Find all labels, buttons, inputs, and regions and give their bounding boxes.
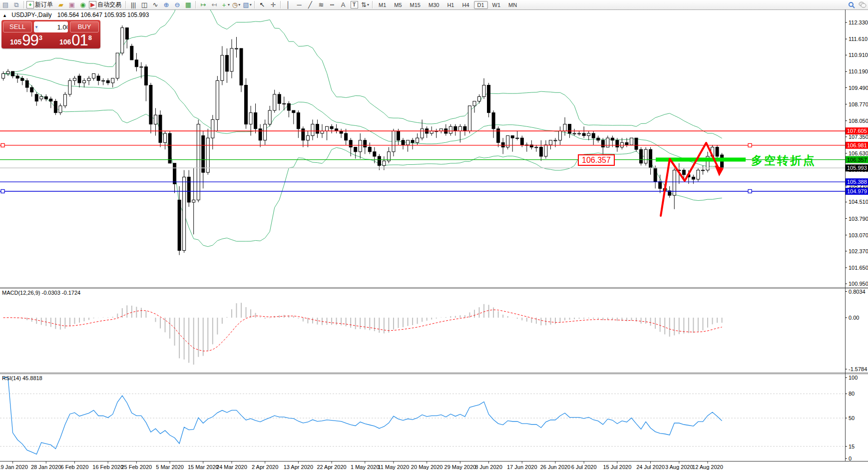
timeframe-button-MN[interactable]: MN (505, 1, 520, 9)
date-tick-label[interactable]: 26 Jun 2020 (540, 464, 571, 470)
price-tick-label: 104.510 (849, 199, 868, 205)
new-order-icon[interactable]: +新订单 (26, 0, 55, 9)
date-tick-label[interactable]: 5 Mar 2020 (156, 464, 184, 470)
chat-icon[interactable] (858, 0, 868, 9)
date-tick-label[interactable]: 15 Jul 2020 (603, 464, 631, 470)
date-tick-label[interactable]: 22 Apr 2020 (317, 464, 346, 470)
periods-icon[interactable]: ◷▾ (231, 0, 241, 9)
timeframe-button-M1[interactable]: M1 (375, 1, 390, 9)
date-tick-label[interactable]: 17 Jun 2020 (507, 464, 537, 470)
hline-badge-text: 104.979 (847, 188, 867, 194)
candle-body (416, 138, 419, 142)
zoom-out-icon[interactable]: ⊖ (172, 0, 182, 9)
timeframe-button-M5[interactable]: M5 (391, 1, 405, 9)
date-tick-label[interactable]: 25 Feb 2020 (121, 464, 152, 470)
data-window-icon[interactable]: ⧉ (11, 0, 21, 9)
timeframe-button-M15[interactable]: M15 (407, 1, 424, 9)
date-tick-label[interactable]: 6 Jul 2020 (571, 464, 597, 470)
candle-body (330, 126, 333, 129)
date-tick-label[interactable]: 11 May 2020 (378, 464, 410, 470)
auto-scroll-icon[interactable]: ↦ (198, 0, 208, 9)
candle-body (511, 136, 514, 138)
date-tick-label[interactable]: 20 May 2020 (411, 464, 443, 470)
timeframe-button-M30[interactable]: M30 (425, 1, 442, 9)
date-tick-label[interactable]: 16 Feb 2020 (92, 464, 123, 470)
dropdown-caret-icon[interactable]: ▾ (228, 0, 230, 9)
line-handle[interactable] (748, 143, 752, 147)
candlestick-chart-icon[interactable]: ◫ (139, 0, 149, 9)
price-callout-label[interactable]: 106.357 (578, 154, 615, 166)
timeframe-button-H4[interactable]: H4 (458, 1, 472, 9)
date-tick-label[interactable]: 15 Mar 2020 (188, 464, 219, 470)
dropdown-caret-icon[interactable]: ▾ (250, 0, 252, 9)
trendline-icon[interactable]: ╱ (305, 0, 315, 9)
turning-point-annotation[interactable]: 多空转折点 (751, 153, 816, 168)
publish-chart-icon[interactable]: ▣ (67, 0, 77, 9)
text-icon[interactable]: A (338, 0, 348, 9)
timeframe-button-D1[interactable]: D1 (474, 1, 488, 9)
bars-chart-icon[interactable]: ||| (128, 0, 138, 9)
chart-shift-icon[interactable]: ↤ (209, 0, 219, 9)
chart-window-icon: ▤ (2, 0, 8, 9)
data-window-icon: ⧉ (14, 0, 18, 9)
crosshair-icon[interactable]: ✛ (268, 0, 278, 9)
date-tick-label[interactable]: 2 Apr 2020 (252, 464, 278, 470)
date-tick-label[interactable]: 8 Jun 2020 (475, 464, 502, 470)
vertical-line-icon[interactable]: │ (283, 0, 293, 9)
buy-price[interactable]: 106 01 8 (51, 33, 100, 48)
indicators-icon[interactable]: ＋▾ (220, 0, 230, 9)
date-tick-label[interactable]: 19 Jan 2020 (0, 464, 28, 470)
buy-button[interactable]: BUY (70, 21, 99, 32)
tile-windows-icon[interactable]: ▦ (183, 0, 193, 9)
equidistant-channel-icon[interactable]: ≋ (316, 0, 326, 9)
line-handle[interactable] (1, 189, 4, 193)
chart-canvas[interactable]: 112.330111.610110.910110.190109.490108.7… (0, 9, 868, 470)
candle-body (278, 94, 281, 103)
cursor-icon[interactable]: ↖ (257, 0, 267, 9)
price-tick-label: 109.490 (849, 85, 868, 91)
sell-button[interactable]: SELL (3, 21, 32, 32)
candle-body (625, 142, 628, 145)
date-tick-label[interactable]: 12 Aug 2020 (692, 464, 723, 470)
candle-body (478, 96, 481, 101)
search-icon[interactable] (847, 0, 857, 9)
chart-window-icon[interactable]: ▤ (0, 0, 10, 9)
timeframe-button-H1[interactable]: H1 (443, 1, 457, 9)
autotrading-icon[interactable]: ▶自动交易 (89, 0, 123, 9)
volume-input[interactable] (38, 23, 68, 31)
candle-body (368, 147, 371, 152)
date-tick-label[interactable]: 24 Jul 2020 (636, 464, 665, 470)
sell-price[interactable]: 105 99 3 (1, 33, 51, 48)
arrows-icon[interactable]: ⇅▾ (360, 0, 370, 9)
metaeditor-icon[interactable]: ▰ (56, 0, 66, 9)
zoom-in-icon[interactable]: ⊕ (161, 0, 171, 9)
date-tick-label[interactable]: 13 Apr 2020 (284, 464, 313, 470)
trend-zigzag-arrow[interactable] (661, 143, 719, 216)
horizontal-line-icon[interactable]: ─ (294, 0, 304, 9)
dropdown-caret-icon[interactable]: ▾ (238, 0, 240, 9)
candle-body (225, 55, 228, 71)
dropdown-caret-icon[interactable]: ▾ (367, 0, 369, 9)
candle-body (192, 200, 195, 202)
candle-body (592, 133, 595, 138)
date-tick-label[interactable]: 29 May 2020 (444, 464, 476, 470)
macd-indicator-label: MACD(12,26,9) -0.0303 -0.1724 (2, 290, 80, 296)
price-tick-label: 108.770 (849, 101, 868, 107)
fibonacci-icon[interactable]: ┅ (327, 0, 337, 9)
collapse-panel-icon[interactable]: ▲ (2, 13, 7, 18)
date-tick-label[interactable]: 6 Feb 2020 (61, 464, 89, 470)
date-tick-label[interactable]: 28 Jan 2020 (31, 464, 61, 470)
text-label-icon[interactable]: T (349, 0, 359, 9)
date-tick-label[interactable]: 24 Mar 2020 (216, 464, 247, 470)
date-tick-label[interactable]: 3 Aug 2020 (665, 464, 693, 470)
community-icon[interactable]: ◉ (78, 0, 88, 9)
candle-body (202, 136, 205, 173)
line-handle[interactable] (1, 143, 4, 147)
line-handle[interactable] (748, 189, 752, 193)
line-chart-icon[interactable]: ∿ (150, 0, 160, 9)
date-tick-label[interactable]: 1 May 2020 (351, 464, 379, 470)
templates-icon[interactable]: ▧▾ (242, 0, 252, 9)
timeframe-button-W1[interactable]: W1 (489, 1, 504, 9)
volume-down-button[interactable]: ▼ (34, 22, 38, 32)
candle-body (582, 133, 585, 136)
